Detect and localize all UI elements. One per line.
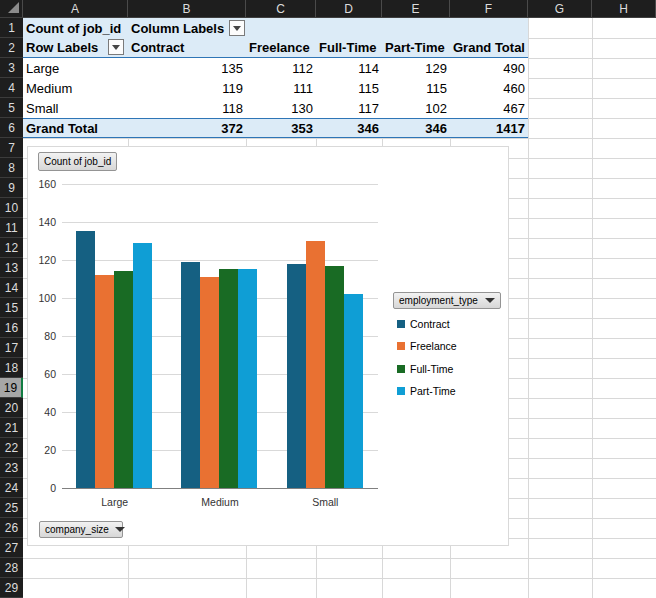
row-header-5[interactable]: 5 bbox=[0, 98, 23, 118]
pivot-value-cell[interactable]: 117 bbox=[316, 98, 382, 118]
bar-full-time-small[interactable] bbox=[325, 266, 344, 488]
pivot-value-cell[interactable]: 130 bbox=[246, 98, 316, 118]
pivot-cell-count-of-job-id[interactable]: Count of job_id bbox=[23, 18, 128, 38]
pivot-cell-blank[interactable] bbox=[246, 18, 528, 38]
legend-item-contract[interactable]: Contract bbox=[397, 318, 450, 330]
column-header-F[interactable]: F bbox=[450, 0, 528, 17]
pivot-value-cell[interactable]: 460 bbox=[450, 78, 528, 98]
row-header-7[interactable]: 7 bbox=[0, 138, 23, 158]
pivot-row-label-small[interactable]: Small bbox=[23, 98, 128, 118]
pivot-value-cell[interactable]: 129 bbox=[382, 58, 450, 78]
pivot-value-cell[interactable]: 467 bbox=[450, 98, 528, 118]
pivot-row-label-medium[interactable]: Medium bbox=[23, 78, 128, 98]
bar-part-time-medium[interactable] bbox=[238, 269, 257, 488]
pivot-row-label-large[interactable]: Large bbox=[23, 58, 128, 78]
column-header-G[interactable]: G bbox=[528, 0, 592, 17]
legend-field-button[interactable]: employment_type bbox=[393, 292, 501, 309]
chart-gridline bbox=[62, 184, 378, 185]
pivot-value-cell[interactable]: 115 bbox=[382, 78, 450, 98]
pivot-column-header-contract[interactable]: Contract bbox=[128, 38, 246, 57]
pivot-grand-total-value[interactable]: 1417 bbox=[450, 119, 528, 137]
pivot-cell-column-labels[interactable]: Column Labels bbox=[128, 18, 246, 38]
row-header-29[interactable]: 29 bbox=[0, 578, 23, 598]
pivot-value-cell[interactable]: 112 bbox=[246, 58, 316, 78]
column-header-A[interactable]: A bbox=[23, 0, 128, 17]
row-header-23[interactable]: 23 bbox=[0, 458, 23, 478]
row-header-2[interactable]: 2 bbox=[0, 38, 23, 58]
pivot-grand-total-value[interactable]: 346 bbox=[316, 119, 382, 137]
legend-item-part-time[interactable]: Part-Time bbox=[397, 385, 456, 397]
pivot-grand-total-value[interactable]: 353 bbox=[246, 119, 316, 137]
row-header-10[interactable]: 10 bbox=[0, 198, 23, 218]
row-header-9[interactable]: 9 bbox=[0, 178, 23, 198]
row-header-14[interactable]: 14 bbox=[0, 278, 23, 298]
bar-full-time-large[interactable] bbox=[114, 271, 133, 488]
pivot-value-cell[interactable]: 118 bbox=[128, 98, 246, 118]
select-all-corner[interactable] bbox=[0, 0, 23, 17]
legend-label: Freelance bbox=[410, 340, 457, 352]
gridline-horizontal bbox=[23, 138, 656, 139]
pivot-value-cell[interactable]: 115 bbox=[316, 78, 382, 98]
pivot-value-cell[interactable]: 490 bbox=[450, 58, 528, 78]
bar-contract-medium[interactable] bbox=[181, 262, 200, 488]
row-header-25[interactable]: 25 bbox=[0, 498, 23, 518]
pivot-column-header-part-time[interactable]: Part-Time bbox=[382, 38, 450, 57]
pivot-grand-total-value[interactable]: 346 bbox=[382, 119, 450, 137]
axis-field-button[interactable]: company_size bbox=[39, 521, 123, 538]
row-header-4[interactable]: 4 bbox=[0, 78, 23, 98]
legend-item-full-time[interactable]: Full-Time bbox=[397, 363, 453, 375]
bar-part-time-large[interactable] bbox=[133, 243, 152, 488]
row-header-19[interactable]: 19 bbox=[0, 378, 23, 398]
pivot-grand-total-label[interactable]: Grand Total bbox=[23, 119, 128, 137]
pivot-column-header-grand total[interactable]: Grand Total bbox=[450, 38, 528, 57]
legend-swatch-part-time bbox=[397, 387, 405, 395]
row-header-18[interactable]: 18 bbox=[0, 358, 23, 378]
row-header-3[interactable]: 3 bbox=[0, 58, 23, 78]
pivot-cell-row-labels[interactable]: Row Labels bbox=[23, 38, 128, 57]
row-labels-filter-button[interactable] bbox=[108, 39, 124, 55]
column-header-C[interactable]: C bbox=[246, 0, 316, 17]
bar-contract-small[interactable] bbox=[287, 264, 306, 488]
chart-gridline bbox=[62, 222, 378, 223]
row-header-20[interactable]: 20 bbox=[0, 398, 23, 418]
column-header-D[interactable]: D bbox=[316, 0, 382, 17]
row-header-26[interactable]: 26 bbox=[0, 518, 23, 538]
bar-part-time-small[interactable] bbox=[344, 294, 363, 488]
pivot-value-cell[interactable]: 102 bbox=[382, 98, 450, 118]
row-header-21[interactable]: 21 bbox=[0, 418, 23, 438]
row-header-1[interactable]: 1 bbox=[0, 18, 23, 38]
row-header-12[interactable]: 12 bbox=[0, 238, 23, 258]
pivot-column-header-full-time[interactable]: Full-Time bbox=[316, 38, 382, 57]
bar-contract-large[interactable] bbox=[76, 231, 95, 488]
row-header-6[interactable]: 6 bbox=[0, 118, 23, 138]
pivot-chart[interactable]: Count of job_id employment_type company_… bbox=[27, 146, 509, 546]
row-header-13[interactable]: 13 bbox=[0, 258, 23, 278]
column-header-E[interactable]: E bbox=[382, 0, 450, 17]
row-header-11[interactable]: 11 bbox=[0, 218, 23, 238]
pivot-value-cell[interactable]: 119 bbox=[128, 78, 246, 98]
pivot-value-cell[interactable]: 111 bbox=[246, 78, 316, 98]
column-header-B[interactable]: B bbox=[128, 0, 246, 17]
pivot-grand-total-value[interactable]: 372 bbox=[128, 119, 246, 137]
pivot-column-header-freelance[interactable]: Freelance bbox=[246, 38, 316, 57]
bar-full-time-medium[interactable] bbox=[219, 269, 238, 488]
value-field-button[interactable]: Count of job_id bbox=[38, 152, 117, 171]
gridline-horizontal bbox=[23, 578, 656, 579]
row-header-8[interactable]: 8 bbox=[0, 158, 23, 178]
row-header-22[interactable]: 22 bbox=[0, 438, 23, 458]
legend-item-freelance[interactable]: Freelance bbox=[397, 340, 457, 352]
bar-freelance-medium[interactable] bbox=[200, 277, 219, 488]
bar-freelance-large[interactable] bbox=[95, 275, 114, 488]
bar-freelance-small[interactable] bbox=[306, 241, 325, 488]
row-header-27[interactable]: 27 bbox=[0, 538, 23, 558]
row-header-24[interactable]: 24 bbox=[0, 478, 23, 498]
column-labels-filter-button[interactable] bbox=[229, 20, 245, 36]
row-header-28[interactable]: 28 bbox=[0, 558, 23, 578]
row-header-17[interactable]: 17 bbox=[0, 338, 23, 358]
column-header-H[interactable]: H bbox=[592, 0, 656, 17]
pivot-value-cell[interactable]: 114 bbox=[316, 58, 382, 78]
dropdown-caret-icon bbox=[115, 527, 125, 532]
row-header-16[interactable]: 16 bbox=[0, 318, 23, 338]
pivot-value-cell[interactable]: 135 bbox=[128, 58, 246, 78]
row-header-15[interactable]: 15 bbox=[0, 298, 23, 318]
